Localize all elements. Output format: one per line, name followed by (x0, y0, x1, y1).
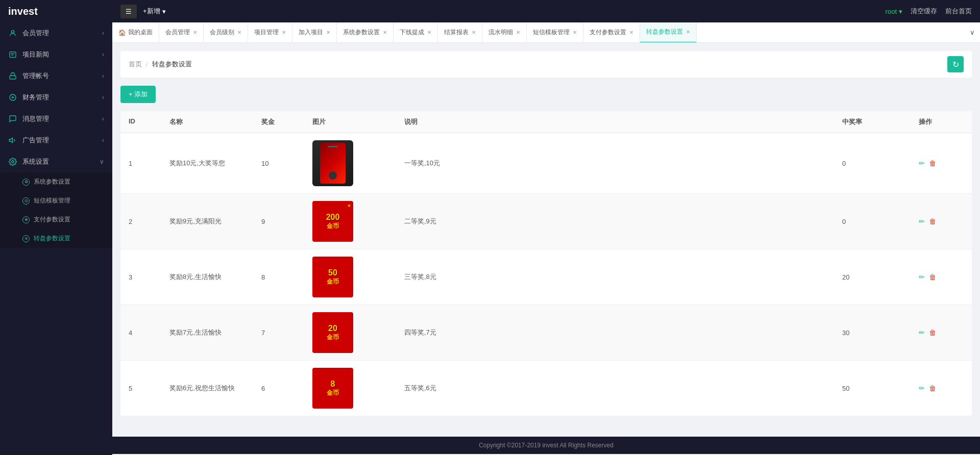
cell-prize-5: 6 (253, 377, 304, 399)
breadcrumb: 首页 / 转盘参数设置 ↻ (120, 51, 972, 78)
table-row: 3 奖励8元,生活愉快 8 50 金币 三等奖,8元 20 ✏ 🗑 (120, 249, 972, 305)
cell-action-2: ✏ 🗑 (911, 210, 972, 233)
refresh-button[interactable]: ↻ (947, 56, 964, 72)
cell-winrate-5: 50 (834, 377, 911, 399)
tab-home-label: 我的桌面 (128, 28, 153, 37)
coin-20-image: 20 金币 (312, 312, 353, 353)
sub-icon-sms: ◎ (22, 197, 30, 205)
frontend-link[interactable]: 前台首页 (945, 7, 972, 16)
delete-btn-3[interactable]: 🗑 (929, 273, 936, 281)
user-info[interactable]: root ▾ (886, 8, 902, 15)
sidebar-item-project-news[interactable]: 项目新闻 ‹ (0, 44, 112, 65)
tab-turntable-params-close[interactable]: ✕ (686, 30, 690, 35)
tab-member-level[interactable]: 会员级别 ✕ (204, 22, 248, 43)
tab-system-params[interactable]: 系统参数设置 ✕ (337, 22, 394, 43)
table-row: 1 奖励10元,大奖等您 10 一等奖,10元 0 ✏ 🗑 (120, 133, 972, 194)
cell-desc-3: 三等奖,8元 (396, 265, 834, 289)
action-btns-3: ✏ 🗑 (919, 273, 964, 281)
breadcrumb-home[interactable]: 首页 (129, 60, 142, 69)
sidebar-item-ad-mgmt[interactable]: 广告管理 ‹ (0, 130, 112, 151)
tab-downline-close[interactable]: ✕ (427, 30, 431, 35)
sidebar-item-message-mgmt[interactable]: 消息管理 ‹ (0, 108, 112, 130)
phone-image (312, 140, 353, 186)
delete-btn-2[interactable]: 🗑 (929, 217, 936, 225)
sidebar-item-admin-account[interactable]: 管理帐号 ‹ (0, 65, 112, 87)
cell-action-3: ✏ 🗑 (911, 266, 972, 288)
tab-home[interactable]: 🏠 我的桌面 (112, 22, 159, 43)
delete-btn-1[interactable]: 🗑 (929, 159, 936, 167)
tab-member-manage-close[interactable]: ✕ (193, 30, 197, 35)
sidebar-item-system-settings[interactable]: 系统设置 ∨ (0, 151, 112, 172)
breadcrumb-current: 转盘参数设置 (152, 60, 192, 69)
chevron-left-icon5: ‹ (102, 115, 104, 122)
tab-pay-params-close[interactable]: ✕ (629, 30, 633, 35)
col-header-name: 名称 (161, 111, 253, 133)
tab-flow-detail-close[interactable]: ✕ (516, 30, 520, 35)
edit-btn-5[interactable]: ✏ (919, 384, 925, 392)
header-right-actions: root ▾ 清空缓存 前台首页 (886, 7, 972, 16)
top-header: invest ☰ +新增 ▾ root ▾ 清空缓存 前台首页 (0, 0, 980, 22)
tab-dropdown-btn[interactable]: ∨ (965, 22, 980, 43)
cell-id-4: 4 (120, 322, 161, 344)
tab-turntable-params[interactable]: 转盘参数设置 ✕ (640, 22, 697, 43)
sidebar-item-member-mgmt[interactable]: 会员管理 ‹ (0, 22, 112, 44)
cell-winrate-1: 0 (834, 153, 911, 174)
tab-sms-template[interactable]: 短信模板管理 ✕ (527, 22, 583, 43)
cell-desc-4: 四等奖,7元 (396, 321, 834, 344)
svg-rect-4 (10, 75, 16, 79)
add-button[interactable]: + 添加 (120, 86, 156, 103)
tab-project-manage[interactable]: 项目管理 ✕ (248, 22, 292, 43)
delete-btn-4[interactable]: 🗑 (929, 328, 936, 337)
admin-account-icon (8, 71, 17, 81)
member-mgmt-icon (8, 29, 17, 38)
col-header-description: 说明 (396, 111, 834, 133)
col-header-id: ID (120, 111, 161, 133)
cell-desc-5: 五等奖,6元 (396, 376, 834, 400)
col-header-action: 操作 (911, 111, 972, 133)
tab-downline-label: 下线提成 (400, 28, 424, 37)
tab-system-params-close[interactable]: ✕ (383, 30, 387, 35)
col-header-winrate: 中奖率 (834, 111, 911, 133)
footer: Copyright ©2017-2019 invest All Rights R… (112, 437, 980, 454)
tab-member-manage[interactable]: 会员管理 ✕ (159, 22, 204, 43)
tab-sms-template-close[interactable]: ✕ (573, 30, 577, 35)
tab-pay-params[interactable]: 支付参数设置 ✕ (583, 22, 640, 43)
subitem-sms-label: 短信模板管理 (34, 196, 70, 205)
delete-btn-5[interactable]: 🗑 (929, 384, 936, 392)
cell-name-5: 奖励6元,祝您生活愉快 (161, 376, 253, 400)
sidebar-subitem-turntable[interactable]: ⊕ 转盘参数设置 (0, 229, 112, 248)
sidebar-item-finance-mgmt[interactable]: 财务管理 ‹ (0, 87, 112, 108)
edit-btn-2[interactable]: ✏ (919, 217, 925, 225)
action-btns-2: ✏ 🗑 (919, 217, 964, 225)
tab-project-manage-close[interactable]: ✕ (282, 30, 286, 35)
table-row: 5 奖励6元,祝您生活愉快 6 8 金币 五等奖,6元 50 ✏ 🗑 (120, 361, 972, 416)
cell-image-3: 50 金币 (304, 249, 396, 305)
edit-btn-4[interactable]: ✏ (919, 328, 925, 337)
tab-settlement[interactable]: 结算报表 ✕ (438, 22, 482, 43)
chevron-left-icon2: ‹ (102, 51, 104, 58)
sidebar-subitem-pay-params[interactable]: ⊕ 支付参数设置 (0, 210, 112, 229)
menu-toggle-button[interactable]: ☰ (120, 5, 137, 18)
sidebar-item-finance-label: 财务管理 (22, 93, 49, 102)
clear-cache-link[interactable]: 清空缓存 (911, 7, 937, 16)
sidebar-item-news-label: 项目新闻 (22, 50, 49, 59)
project-news-icon (8, 50, 17, 59)
edit-btn-1[interactable]: ✏ (919, 159, 925, 167)
sidebar-subitem-sms-template[interactable]: ◎ 短信模板管理 (0, 191, 112, 210)
tab-member-level-close[interactable]: ✕ (237, 30, 241, 35)
new-button[interactable]: +新增 ▾ (143, 7, 166, 16)
tab-bar: 🏠 我的桌面 会员管理 ✕ 会员级别 ✕ 项目管理 ✕ 加入项目 ✕ 系统参数设… (112, 22, 980, 43)
edit-btn-3[interactable]: ✏ (919, 273, 925, 281)
tab-settlement-close[interactable]: ✕ (472, 30, 476, 35)
tab-downline[interactable]: 下线提成 ✕ (394, 22, 438, 43)
svg-point-0 (11, 31, 14, 33)
tab-flow-detail[interactable]: 流水明细 ✕ (482, 22, 527, 43)
sidebar-subitem-system-params[interactable]: ⚙ 系统参数设置 (0, 172, 112, 191)
tab-pay-params-label: 支付参数设置 (590, 28, 626, 37)
action-btns-4: ✏ 🗑 (919, 328, 964, 337)
tab-join-project[interactable]: 加入项目 ✕ (292, 22, 337, 43)
table-row: 4 奖励7元,生活愉快 7 20 金币 四等奖,7元 30 ✏ 🗑 (120, 305, 972, 361)
tab-join-project-close[interactable]: ✕ (326, 30, 330, 35)
cell-winrate-3: 20 (834, 266, 911, 288)
action-btns-1: ✏ 🗑 (919, 159, 964, 167)
